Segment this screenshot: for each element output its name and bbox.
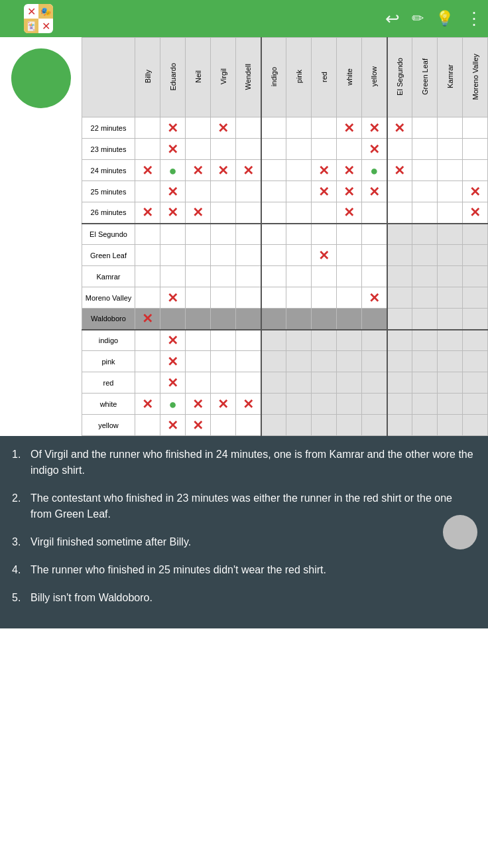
grid-cell[interactable]: ✕ (463, 202, 488, 224)
grid-cell[interactable] (186, 117, 211, 139)
grid-cell[interactable] (236, 202, 261, 224)
grid-cell[interactable] (362, 202, 387, 224)
grid-cell[interactable] (286, 351, 312, 372)
grid-cell[interactable] (211, 181, 236, 202)
grid-cell[interactable] (387, 202, 412, 224)
grid-cell[interactable] (438, 224, 463, 245)
grid-cell[interactable] (362, 309, 387, 330)
grid-cell[interactable] (186, 351, 211, 372)
grid-cell[interactable] (387, 309, 412, 330)
grid-cell[interactable]: ✕ (337, 117, 362, 139)
grid-cell[interactable] (286, 309, 312, 330)
grid-cell[interactable] (463, 224, 488, 245)
grid-cell[interactable] (412, 181, 438, 202)
grid-cell[interactable] (135, 372, 160, 394)
grid-cell[interactable] (463, 287, 488, 309)
grid-cell[interactable] (261, 181, 286, 202)
grid-cell[interactable] (387, 287, 412, 309)
grid-cell[interactable] (236, 181, 261, 202)
grid-cell[interactable] (211, 415, 236, 436)
grid-cell[interactable] (236, 330, 261, 351)
grid-cell[interactable]: ✕ (160, 117, 186, 139)
grid-cell[interactable] (362, 372, 387, 394)
grid-cell[interactable] (438, 202, 463, 224)
grid-cell[interactable]: ✕ (186, 202, 211, 224)
grid-cell[interactable] (236, 117, 261, 139)
grid-cell[interactable]: ✕ (135, 394, 160, 415)
grid-cell[interactable] (312, 372, 337, 394)
grid-cell[interactable] (438, 351, 463, 372)
grid-cell[interactable] (211, 287, 236, 309)
grid-cell[interactable] (236, 245, 261, 266)
grid-cell[interactable] (463, 309, 488, 330)
grid-cell[interactable] (135, 415, 160, 436)
grid-cell[interactable] (337, 330, 362, 351)
grid-cell[interactable] (312, 224, 337, 245)
grid-cell[interactable] (463, 139, 488, 160)
grid-cell[interactable] (286, 160, 312, 181)
grid-cell[interactable]: ✕ (160, 372, 186, 394)
grid-cell[interactable] (312, 415, 337, 436)
grid-cell[interactable] (412, 330, 438, 351)
grid-cell[interactable] (438, 287, 463, 309)
grid-cell[interactable] (438, 394, 463, 415)
grid-cell[interactable] (135, 139, 160, 160)
grid-cell[interactable] (312, 394, 337, 415)
edit-button[interactable]: ✏ (412, 10, 424, 27)
grid-cell[interactable] (463, 351, 488, 372)
grid-cell[interactable] (160, 266, 186, 287)
grid-cell[interactable]: ✕ (337, 160, 362, 181)
grid-cell[interactable] (236, 351, 261, 372)
grid-cell[interactable] (412, 139, 438, 160)
grid-cell[interactable] (387, 181, 412, 202)
grid-cell[interactable]: ✕ (211, 394, 236, 415)
grid-cell[interactable] (236, 309, 261, 330)
grid-cell[interactable] (387, 415, 412, 436)
grid-cell[interactable] (236, 139, 261, 160)
grid-cell[interactable] (211, 139, 236, 160)
grid-cell[interactable] (337, 139, 362, 160)
grid-cell[interactable] (337, 266, 362, 287)
grid-cell[interactable]: ✕ (362, 181, 387, 202)
grid-cell[interactable]: ● (160, 394, 186, 415)
grid-cell[interactable] (337, 287, 362, 309)
grid-cell[interactable] (438, 372, 463, 394)
grid-cell[interactable] (337, 224, 362, 245)
grid-cell[interactable]: ✕ (211, 117, 236, 139)
grid-cell[interactable]: ✕ (160, 139, 186, 160)
grid-cell[interactable]: ✕ (160, 181, 186, 202)
undo-button[interactable]: ↩ (385, 9, 400, 29)
grid-cell[interactable]: ✕ (160, 287, 186, 309)
story-button[interactable] (11, 48, 71, 108)
grid-cell[interactable] (186, 309, 211, 330)
grid-cell[interactable] (438, 245, 463, 266)
grid-cell[interactable] (261, 351, 286, 372)
grid-cell[interactable] (387, 330, 412, 351)
grid-cell[interactable]: ✕ (160, 351, 186, 372)
grid-cell[interactable] (211, 309, 236, 330)
grid-cell[interactable] (261, 309, 286, 330)
grid-cell[interactable] (236, 224, 261, 245)
grid-cell[interactable] (438, 309, 463, 330)
grid-cell[interactable] (286, 415, 312, 436)
grid-cell[interactable] (286, 287, 312, 309)
grid-cell[interactable] (135, 266, 160, 287)
grid-cell[interactable] (286, 224, 312, 245)
grid-cell[interactable] (412, 202, 438, 224)
grid-cell[interactable] (186, 372, 211, 394)
grid-cell[interactable] (463, 394, 488, 415)
grid-cell[interactable] (362, 245, 387, 266)
grid-cell[interactable] (211, 372, 236, 394)
grid-cell[interactable] (387, 394, 412, 415)
grid-cell[interactable]: ✕ (135, 202, 160, 224)
grid-cell[interactable] (186, 224, 211, 245)
grid-cell[interactable] (337, 309, 362, 330)
grid-cell[interactable]: ✕ (160, 415, 186, 436)
grid-cell[interactable] (186, 287, 211, 309)
grid-cell[interactable] (337, 372, 362, 394)
grid-cell[interactable] (438, 160, 463, 181)
menu-button[interactable]: ⋮ (465, 9, 481, 29)
grid-cell[interactable] (438, 139, 463, 160)
grid-cell[interactable]: ✕ (160, 330, 186, 351)
grid-cell[interactable] (261, 394, 286, 415)
